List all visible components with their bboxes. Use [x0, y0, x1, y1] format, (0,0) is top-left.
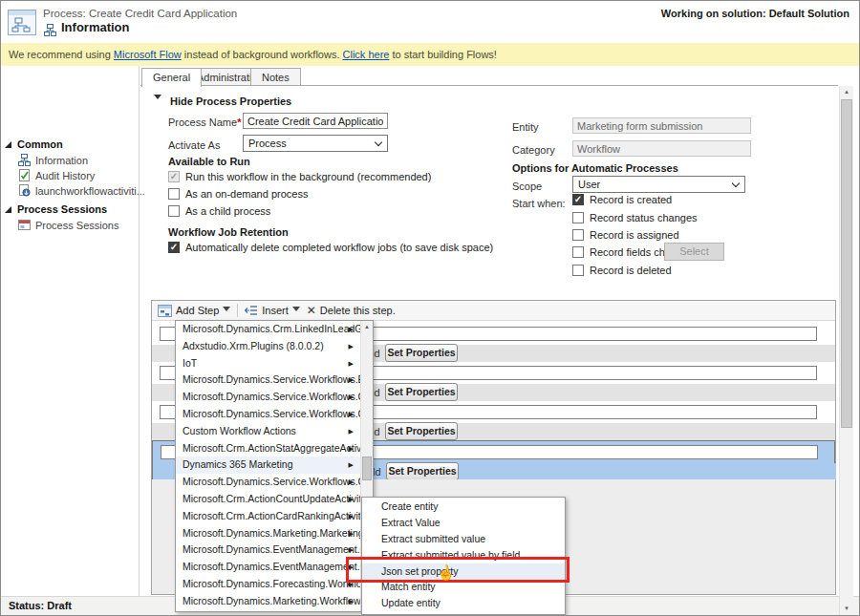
process-name-input[interactable] — [243, 113, 388, 129]
child-process-option: As a child process — [168, 205, 270, 217]
record-deleted-checkbox[interactable] — [572, 265, 584, 276]
add-step-button[interactable]: Add Step — [158, 305, 230, 317]
record-status-checkbox[interactable] — [572, 212, 584, 223]
sidebar-item-process-sessions[interactable]: Process Sessions — [18, 219, 118, 231]
child-process-checkbox[interactable] — [168, 205, 180, 217]
checkbox-label: As an on-demand process — [185, 188, 308, 200]
submenu-arrow-icon: ▶ — [349, 559, 354, 576]
collapse-arrow-icon — [154, 95, 161, 103]
set-properties-button[interactable]: Set Properties — [385, 383, 458, 401]
record-assigned-checkbox[interactable] — [572, 229, 584, 241]
scroll-down-icon[interactable]: ▼ — [840, 603, 853, 615]
add-step-label: Add Step — [176, 305, 219, 316]
menu-item[interactable]: Adxstudio.Xrm.Plugins (8.0.0.2)▶ — [176, 338, 373, 355]
insert-button[interactable]: Insert — [245, 305, 300, 316]
set-properties-button[interactable]: Set Properties — [386, 462, 459, 480]
audit-history-icon — [18, 169, 31, 181]
menu-item[interactable]: Microsoft.Crm.ActionCountUpdateActivity▶ — [176, 491, 373, 508]
dropdown-arrow-icon — [292, 307, 300, 315]
select-fields-button[interactable]: Select — [664, 243, 724, 261]
submenu-arrow-icon: ▶ — [349, 440, 354, 457]
submenu-item-extract-submitted-value[interactable]: Extract submitted value — [362, 531, 565, 547]
start-when-label: Start when: — [512, 198, 566, 209]
hide-process-properties-toggle[interactable]: Hide Process Properties — [154, 95, 291, 107]
submenu-arrow-icon: ▶ — [349, 406, 354, 423]
menu-item[interactable]: Microsoft.Dynamics.Service.Workflows.Ent… — [176, 372, 373, 389]
tab-notes[interactable]: Notes — [250, 68, 301, 86]
sidebar-item-audit-history[interactable]: Audit History — [18, 169, 95, 181]
process-breadcrumb: Process: Create Credit Card Application — [43, 8, 237, 19]
scope-select[interactable]: User — [572, 176, 745, 193]
submenu-item-extract-submitted-value-by-field[interactable]: Extract submitted value by field — [362, 547, 565, 563]
run-in-background-checkbox[interactable]: ✓ — [168, 171, 180, 182]
step-label-fragment: ld — [373, 463, 381, 480]
sidebar-group-process-sessions[interactable]: Process Sessions — [5, 203, 107, 215]
main-scrollbar-thumb[interactable] — [841, 99, 852, 428]
sidebar-item-launchworkflowactivities[interactable]: launchworkflowactiviti... — [18, 184, 145, 197]
on-demand-option: As an on-demand process — [168, 188, 308, 200]
menu-item[interactable]: Microsoft.Dynamics.Marketing.MarketingLi… — [176, 525, 373, 542]
main-scrollbar[interactable]: ▲ ▼ — [839, 86, 853, 615]
banner-text: to start building Flows! — [389, 49, 497, 60]
submenu-item-extract-value[interactable]: Extract Value — [362, 515, 565, 531]
submenu-item-update-entity[interactable]: Update entity — [362, 595, 565, 611]
chevron-down-icon — [732, 179, 740, 186]
process-name-label: Process Name* — [168, 117, 241, 128]
microsoft-flow-link[interactable]: Microsoft Flow — [114, 49, 182, 60]
record-created-checkbox[interactable]: ✓ — [572, 194, 584, 205]
sidebar-group-common[interactable]: Common — [5, 138, 63, 150]
menu-item[interactable]: Microsoft.Dynamics.Forecasting.Workflows… — [176, 576, 373, 593]
menu-item[interactable]: Microsoft.Dynamics.Service.Workflows.Con… — [176, 474, 373, 491]
menu-item[interactable]: Microsoft.Dynamics.Service.Workflows.Oth… — [176, 406, 373, 423]
banner-text: instead of background workflows. — [182, 49, 343, 60]
menu-item[interactable]: Microsoft.Dynamics.EventManagement.CrmP.… — [176, 542, 373, 559]
auto-delete-checkbox[interactable]: ✓ — [168, 242, 180, 253]
submenu-item-json-set-property[interactable]: Json set property — [362, 563, 565, 580]
activate-as-select[interactable]: Process — [243, 135, 388, 152]
available-to-run-heading: Available to Run — [168, 156, 250, 167]
scroll-up-icon[interactable]: ▲ — [840, 86, 853, 98]
menu-item[interactable]: Microsoft.Dynamics.Crm.LinkedInLeadGenPl… — [176, 321, 373, 338]
set-properties-button[interactable]: Set Properties — [385, 344, 458, 362]
insert-icon — [245, 305, 258, 316]
menu-item[interactable]: Microsoft.Crm.ActionCardRankingActivity▶ — [176, 508, 373, 525]
menu-item[interactable]: Custom Workflow Actions▶ — [176, 423, 373, 440]
submenu-item-create-entity[interactable]: Create entity — [362, 499, 565, 515]
navigation-sidebar: Common Information Audit History — [1, 66, 140, 596]
menu-scrollbar-thumb[interactable] — [362, 457, 372, 480]
record-created-option: ✓ Record is created — [572, 194, 672, 205]
click-here-link[interactable]: Click here — [343, 49, 390, 60]
menu-item[interactable]: Microsoft.Dynamics.EventManagement.CrmP.… — [176, 559, 373, 576]
menu-item[interactable]: Microsoft.Dynamics.Marketing.Workflows (… — [176, 593, 373, 610]
information-icon — [44, 24, 56, 36]
tab-strip-divider — [140, 85, 838, 86]
record-fields-change-checkbox[interactable] — [572, 246, 584, 258]
run-in-background-option: ✓ Run this workflow in the background (r… — [168, 171, 431, 182]
check-icon: ✓ — [170, 243, 178, 252]
category-label: Category — [512, 144, 555, 156]
menu-item[interactable]: IoT▶ — [176, 355, 373, 372]
submenu-arrow-icon: ▶ — [349, 593, 354, 610]
menu-item-dynamics-365-marketing[interactable]: Dynamics 365 Marketing▶ — [176, 457, 373, 474]
information-icon — [18, 154, 31, 166]
submenu-arrow-icon: ▶ — [349, 491, 354, 508]
solution-label: Working on solution: Default Solution — [661, 8, 849, 19]
on-demand-checkbox[interactable] — [168, 188, 180, 200]
workflow-activity-icon — [18, 184, 31, 197]
category-input — [572, 140, 751, 157]
submenu-arrow-icon: ▶ — [349, 542, 354, 559]
scroll-up-icon[interactable]: ▲ — [361, 321, 373, 333]
insert-label: Insert — [262, 305, 289, 316]
tab-general[interactable]: General — [141, 68, 202, 87]
delete-step-label: Delete this step. — [320, 305, 396, 316]
set-properties-button[interactable]: Set Properties — [385, 422, 458, 440]
dynamics-marketing-submenu: Create entity Extract Value Extract subm… — [361, 497, 566, 615]
sidebar-group-label: Common — [17, 138, 63, 150]
delete-step-button[interactable]: ✕ Delete this step. — [307, 304, 396, 317]
flow-recommendation-banner: We recommend using Microsoft Flow instea… — [1, 43, 859, 66]
submenu-item-match-entity[interactable]: Match entity — [362, 579, 565, 595]
sidebar-item-information[interactable]: Information — [18, 154, 88, 166]
entity-input — [572, 117, 751, 134]
menu-item[interactable]: Microsoft.Dynamics.Service.Workflows.Con… — [176, 389, 373, 406]
menu-item[interactable]: Microsoft.Crm.ActionStatAggregateActivit… — [176, 440, 373, 457]
